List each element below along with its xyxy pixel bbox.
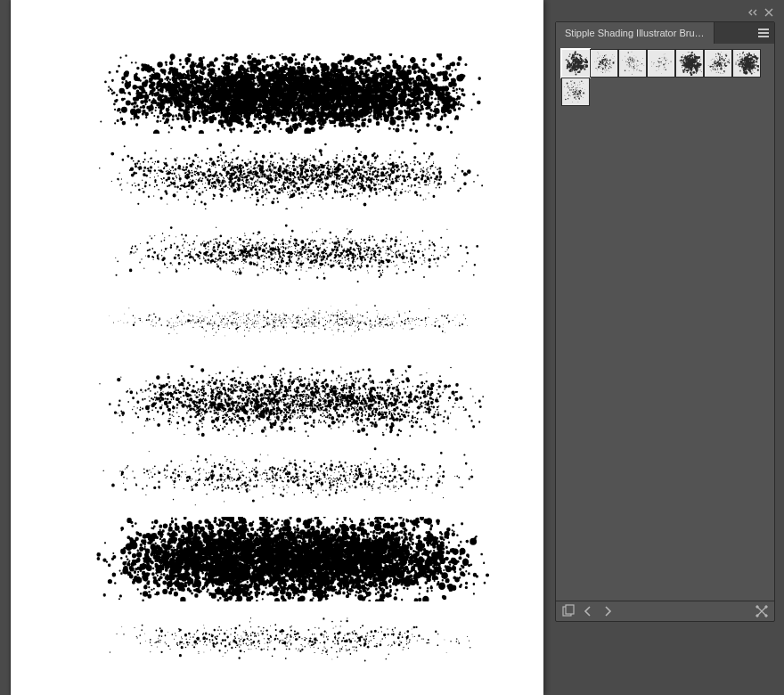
brush-stroke[interactable] — [91, 615, 492, 664]
prev-set-icon[interactable] — [581, 604, 595, 618]
brush-stroke[interactable] — [91, 303, 492, 339]
panel-footer — [556, 601, 774, 621]
close-panel-icon[interactable] — [764, 8, 773, 17]
symbol-grid — [556, 44, 774, 111]
panel-tab[interactable]: Stipple Shading Illustrator Bru… — [556, 22, 715, 44]
symbol-libraries-menu-icon[interactable] — [561, 604, 576, 618]
symbol-swatch[interactable] — [561, 78, 590, 106]
svg-point-3 — [765, 606, 767, 608]
brush-stroke[interactable] — [91, 143, 492, 209]
symbol-swatch[interactable] — [561, 49, 590, 78]
svg-point-5 — [765, 615, 767, 617]
brush-stroke[interactable] — [91, 365, 492, 437]
svg-point-4 — [756, 615, 758, 617]
svg-point-2 — [756, 606, 758, 608]
symbol-swatch[interactable] — [675, 49, 704, 78]
symbol-swatch[interactable] — [647, 49, 675, 78]
artboard[interactable] — [11, 0, 543, 695]
symbol-swatch[interactable] — [590, 49, 618, 78]
brush-stroke[interactable] — [91, 53, 492, 134]
panel-menu-button[interactable] — [753, 22, 774, 44]
symbol-swatch[interactable] — [704, 49, 732, 78]
panel-column: Stipple Shading Illustrator Bru… — [548, 0, 784, 695]
symbols-panel: Stipple Shading Illustrator Bru… — [555, 21, 775, 622]
brush-stroke[interactable] — [91, 223, 492, 285]
panel-header: Stipple Shading Illustrator Bru… — [556, 22, 774, 44]
brush-stroke[interactable] — [91, 446, 492, 508]
app-root: Stipple Shading Illustrator Bru… — [0, 0, 784, 695]
symbol-swatch[interactable] — [618, 49, 647, 78]
hamburger-icon — [758, 29, 769, 37]
next-set-icon[interactable] — [600, 604, 615, 618]
brush-stroke[interactable] — [91, 517, 492, 601]
collapse-panel-icon[interactable] — [748, 8, 757, 17]
symbol-swatch[interactable] — [732, 49, 761, 78]
panel-topbar — [555, 5, 775, 21]
svg-rect-1 — [566, 605, 574, 614]
canvas-area[interactable] — [0, 0, 548, 695]
panel-body — [556, 44, 774, 601]
break-link-icon[interactable] — [755, 604, 769, 618]
